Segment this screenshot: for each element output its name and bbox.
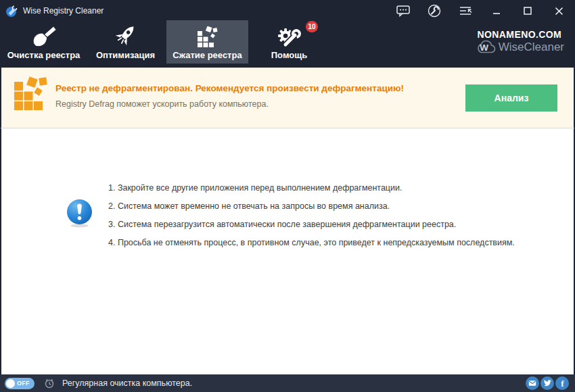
support-wrench-icon[interactable] [428,4,441,18]
statusbar-text: Регулярная очистка компьютера. [62,378,192,388]
tab-help[interactable]: 10 Помощь [248,22,330,64]
facebook-icon[interactable]: f [555,376,569,390]
statusbar: OFF Регулярная очистка компьютера. f [0,374,575,392]
menu-icon[interactable] [459,4,472,18]
main-content: 1. Закройте все другие приложения перед … [0,128,575,374]
analyze-button[interactable]: Анализ [465,84,557,112]
close-icon[interactable] [552,4,566,18]
titlebar: Wise Registry Cleaner [0,0,575,22]
toggle-state-label: OFF [17,380,30,387]
info-exclamation-icon [65,198,94,228]
tab-label: Сжатие реестра [172,50,242,60]
app-icon [5,5,18,18]
instruction-item: 4. Просьба не отменять процесс, в против… [108,237,515,248]
brand-block: NONAMENO.COM W WiseCleaner [475,29,564,55]
instruction-item: 1. Закройте все другие приложения перед … [108,182,515,193]
tab-registry-defrag[interactable]: Сжатие реестра [166,20,248,64]
instruction-item: 2. Система может временно не отвечать на… [108,201,515,212]
notification-bar: Реестр не дефрагментирован. Рекомендуетс… [0,68,575,128]
cloud-w-logo: W [475,39,497,55]
help-badge: 10 [306,21,318,32]
brand-product-label: WiseCleaner [499,41,564,54]
schedule-toggle[interactable]: OFF [5,378,34,389]
email-icon[interactable] [526,376,539,390]
broom-icon [31,23,57,48]
tab-label: Помощь [271,50,307,60]
chat-icon[interactable] [396,4,410,18]
tab-optimization[interactable]: Оптимизация [85,22,166,64]
social-links: f [526,376,575,390]
tab-registry-cleaner[interactable]: Очистка реестра [3,22,85,64]
maximize-icon[interactable] [521,4,534,18]
svg-text:W: W [480,43,488,53]
minimize-icon[interactable] [490,4,503,18]
navbar: Очистка реестра Оптимизация [0,22,575,68]
defrag-blocks-icon [196,23,219,48]
brand-site-label: NONAMENO.COM [475,29,564,40]
titlebar-controls [396,4,575,18]
alarm-clock-icon [44,378,55,389]
twitter-icon[interactable] [540,376,554,390]
rocket-icon [113,23,139,48]
instruction-item: 3. Система перезагрузится автоматически … [108,219,515,230]
notification-subtitle: Registry Defrag поможет ускорить работу … [55,99,269,109]
tab-label: Оптимизация [96,50,155,60]
svg-text:f: f [561,378,564,389]
notification-title: Реестр не дефрагментирован. Рекомендуетс… [55,83,404,93]
tab-label: Очистка реестра [7,50,80,60]
toggle-knob [6,379,15,388]
defrag-fragments-icon [13,76,49,112]
window-title: Wise Registry Cleaner [23,6,104,16]
instruction-list: 1. Закройте все другие приложения перед … [108,182,515,255]
gear-wrench-icon: 10 [277,23,302,48]
